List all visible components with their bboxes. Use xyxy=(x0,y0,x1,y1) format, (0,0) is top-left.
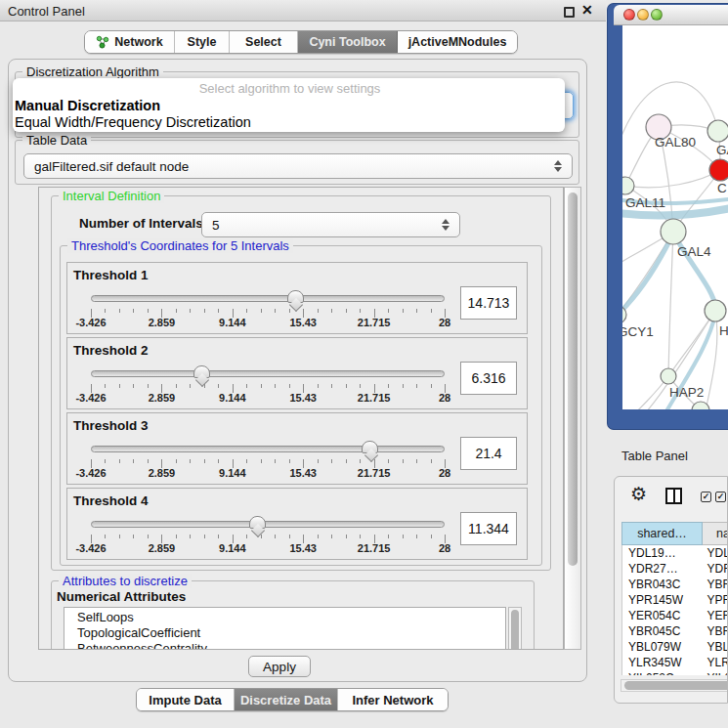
column-header-name[interactable]: na xyxy=(703,522,728,545)
menu-item-equal-width-frequency[interactable]: Equal Width/Frequency Discretization xyxy=(15,114,565,131)
network-node[interactable] xyxy=(622,177,634,194)
threshold-4-value[interactable]: 11.344 xyxy=(460,512,517,545)
table-cell: YIL0 xyxy=(703,670,728,675)
network-node[interactable] xyxy=(661,219,686,244)
tab-jactivemnodules[interactable]: jActiveMNodules xyxy=(398,31,517,53)
attributes-list-scrollbar[interactable] xyxy=(508,607,522,650)
table-row[interactable]: YIL052CYIL0 xyxy=(622,670,728,675)
numerical-attributes-list[interactable]: SelfLoops TopologicalCoefficient Between… xyxy=(64,607,506,650)
menu-item-manual-discretization[interactable]: Manual Discretization xyxy=(15,98,565,114)
cyni-toolbox-panel: Discretization Algorithm Table Data galF… xyxy=(8,59,587,682)
table-panel-title: Table Panel xyxy=(621,449,688,463)
threshold-2-value[interactable]: 6.316 xyxy=(460,362,517,395)
algorithm-dropdown-popup: Select algorithm to view settings Manual… xyxy=(13,78,565,132)
network-node-label: C xyxy=(717,181,727,195)
table-data-selected: galFiltered.sif default node xyxy=(34,159,189,174)
apply-button[interactable]: Apply xyxy=(248,656,311,677)
numerical-attributes-label: Numerical Attributes xyxy=(57,589,186,604)
settings-scroll-area: Interval Definition Number of Intervals … xyxy=(38,187,564,650)
columns-icon[interactable] xyxy=(665,488,682,504)
checkbox-icon[interactable]: ✓ xyxy=(701,492,711,502)
network-edge xyxy=(668,232,673,376)
minimize-traffic-light-icon[interactable] xyxy=(637,9,649,21)
slider-thumb[interactable] xyxy=(362,441,378,453)
tab-discretize-data[interactable]: Discretize Data xyxy=(235,689,338,710)
tick-label: 28 xyxy=(439,467,450,479)
table-row[interactable]: YDL19…YDL1 xyxy=(622,545,728,561)
table-row[interactable]: YDR27…YDR2 xyxy=(622,561,728,577)
tab-infer-network[interactable]: Infer Network xyxy=(338,689,448,710)
table-horizontal-scrollbar[interactable] xyxy=(621,679,728,692)
float-window-icon[interactable] xyxy=(564,7,575,18)
tick-label: 15.43 xyxy=(289,317,317,328)
number-of-intervals-combobox[interactable]: 5 xyxy=(201,212,460,237)
table-cell: YPR145W xyxy=(622,592,703,608)
close-icon[interactable]: ✕ xyxy=(581,2,593,18)
thresholds-group: Threshold's Coordinates for 5 Intervals … xyxy=(60,245,542,566)
table-row[interactable]: YER054CYER0 xyxy=(622,608,728,623)
number-of-intervals-value: 5 xyxy=(212,218,220,233)
network-node[interactable] xyxy=(707,120,728,142)
table-data-combobox[interactable]: galFiltered.sif default node xyxy=(23,153,573,179)
table-row[interactable]: YBR045CYBR0 xyxy=(622,623,728,639)
list-item[interactable]: SelfLoops xyxy=(77,610,505,625)
tick-label: 28 xyxy=(439,392,450,404)
column-header-shared-name[interactable]: shared… xyxy=(621,522,703,545)
threshold-1-value[interactable]: 14.713 xyxy=(460,286,517,320)
threshold-4-slider[interactable] xyxy=(91,521,445,528)
network-window-titlebar[interactable] xyxy=(614,5,728,25)
tab-style[interactable]: Style xyxy=(175,31,230,53)
table-body: YDL19…YDL1YDR27…YDR2YBR043CYBR0YPR145WYP… xyxy=(621,545,728,675)
table-row[interactable]: YPR145WYPR1 xyxy=(622,592,728,608)
network-canvas[interactable]: GAL80GACGAL11GAL4GCY1HHAP2 xyxy=(622,25,728,409)
table-cell: YLR345W xyxy=(622,655,703,670)
threshold-3-slider[interactable] xyxy=(91,446,445,452)
tick-label: 9.144 xyxy=(219,392,246,404)
close-traffic-light-icon[interactable] xyxy=(623,9,635,21)
settings-vertical-scrollbar[interactable] xyxy=(564,187,581,650)
network-node[interactable] xyxy=(709,159,728,181)
table-row[interactable]: YLR345WYLR3 xyxy=(622,655,728,670)
node-table: shared… na YDL19…YDL1YDR27…YDR2YBR043CYB… xyxy=(621,522,728,675)
network-node-label: HAP2 xyxy=(669,385,704,400)
threshold-1-box: Threshold 1 -3.4262.8599.14415.4321.7152… xyxy=(66,262,528,334)
slider-thumb[interactable] xyxy=(249,516,266,529)
threshold-label: Threshold 4 xyxy=(73,493,149,508)
tab-impute-data[interactable]: Impute Data xyxy=(137,689,235,710)
tab-network[interactable]: Network xyxy=(85,31,175,53)
combo-spinner-icon xyxy=(442,219,450,231)
bottom-tab-bar: Impute Data Discretize Data Infer Networ… xyxy=(136,688,449,711)
scrollbar-thumb[interactable] xyxy=(568,193,578,566)
tick-label: 21.715 xyxy=(358,542,391,554)
tick-label: -3.426 xyxy=(75,317,106,328)
slider-thumb[interactable] xyxy=(193,365,210,378)
gear-icon[interactable]: ⚙ xyxy=(630,483,647,505)
slider-tick-labels: -3.4262.8599.14415.4321.71528 xyxy=(91,392,445,405)
checkbox-icon[interactable]: ✓ xyxy=(715,492,726,502)
table-cell: YBL0 xyxy=(703,639,728,655)
network-node[interactable] xyxy=(661,368,676,384)
zoom-traffic-light-icon[interactable] xyxy=(651,9,663,21)
tab-label: Select xyxy=(245,35,281,49)
list-item[interactable]: TopologicalCoefficient xyxy=(77,625,505,641)
tab-cyni-toolbox[interactable]: Cyni Toolbox xyxy=(298,31,398,53)
table-header-row: shared… na xyxy=(621,522,728,545)
tick-label: 21.715 xyxy=(358,317,391,328)
network-node[interactable] xyxy=(705,300,726,321)
list-item[interactable]: BetweennessCentrality xyxy=(77,641,505,650)
tab-label: Impute Data xyxy=(149,693,221,707)
algorithm-placeholder: Select algorithm to view settings xyxy=(15,81,565,98)
tab-select[interactable]: Select xyxy=(230,31,298,53)
table-cell: YER054C xyxy=(622,608,703,623)
tick-label: -3.426 xyxy=(75,392,106,404)
table-row[interactable]: YBR043CYBR0 xyxy=(622,577,728,592)
interval-definition-title: Interval Definition xyxy=(59,189,164,203)
table-cell: YPR1 xyxy=(703,592,728,608)
tick-label: -3.426 xyxy=(75,542,106,554)
threshold-2-slider[interactable] xyxy=(91,370,445,377)
slider-thumb[interactable] xyxy=(287,290,304,303)
threshold-3-value[interactable]: 21.4 xyxy=(460,437,517,470)
threshold-1-slider[interactable] xyxy=(91,295,445,302)
scrollbar-thumb[interactable] xyxy=(624,681,728,690)
table-row[interactable]: YBL079WYBL0 xyxy=(622,639,728,655)
